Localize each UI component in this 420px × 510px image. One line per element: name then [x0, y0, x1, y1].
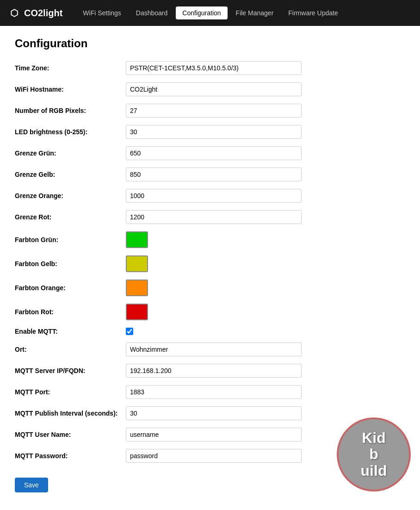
ort-label: Ort: [15, 346, 126, 353]
grenze_orange-row: Grenze Orange: [15, 189, 405, 203]
timezone-input[interactable] [126, 61, 302, 75]
grenze_orange-label: Grenze Orange: [15, 192, 126, 199]
nav-link-dashboard[interactable]: Dashboard [130, 6, 174, 19]
wifi_hostname-input[interactable] [126, 82, 302, 96]
brand-label: CO2light [24, 8, 62, 19]
rgb_pixels-input[interactable] [126, 104, 302, 118]
nav-link-wifi-settings[interactable]: WiFi Settings [76, 6, 127, 19]
mqtt-port-input[interactable] [126, 385, 302, 399]
grenze_gelb-row: Grenze Gelb: [15, 168, 405, 181]
farbton_gelb-label: Farbton Gelb: [15, 260, 126, 267]
wifi_hostname-label: WiFi Hostname: [15, 86, 126, 93]
color-fields: Farbton Grün:Farbton Gelb:Farbton Orange… [15, 231, 405, 320]
enable-mqtt-label: Enable MQTT: [15, 328, 126, 335]
grenze_gelb-label: Grenze Gelb: [15, 171, 126, 178]
mqtt-interval-label: MQTT Publish Interval (seconds): [15, 410, 126, 417]
mqtt-port-row: MQTT Port: [15, 385, 405, 399]
mqtt-server-row: MQTT Server IP/FQDN: [15, 364, 405, 378]
farbton_gelb-swatch[interactable] [126, 255, 148, 272]
grenze_rot-label: Grenze Rot: [15, 213, 126, 221]
mqtt-username-row: MQTT User Name: [15, 428, 405, 442]
navbar: ⬡ CO2light WiFi SettingsDashboardConfigu… [0, 0, 420, 26]
brand-icon: ⬡ [7, 6, 20, 19]
save-button[interactable]: Save [15, 478, 48, 492]
mqtt-interval-row: MQTT Publish Interval (seconds): [15, 406, 405, 420]
farbton_orange-label: Farbton Orange: [15, 284, 126, 292]
timezone-label: Time Zone: [15, 64, 126, 72]
farbton_gruen-row: Farbton Grün: [15, 231, 405, 248]
farbton_rot-label: Farbton Rot: [15, 308, 126, 316]
enable-mqtt-checkbox[interactable] [126, 328, 133, 335]
nav-link-file-manager[interactable]: File Manager [229, 6, 280, 19]
brand: ⬡ CO2light [7, 6, 62, 19]
mqtt-port-label: MQTT Port: [15, 388, 126, 396]
grenze_gruen-label: Grenze Grün: [15, 149, 126, 157]
farbton_orange-row: Farbton Orange: [15, 280, 405, 296]
mqtt-password-label: MQTT Password: [15, 452, 126, 460]
mqtt-server-label: MQTT Server IP/FQDN: [15, 367, 126, 374]
nav-link-firmware-update[interactable]: Firmware Update [282, 6, 344, 19]
grenze_orange-input[interactable] [126, 189, 302, 203]
ort-input[interactable] [126, 342, 302, 356]
page-title: Configuration [15, 37, 405, 50]
grenze_rot-row: Grenze Rot: [15, 210, 405, 224]
grenze_rot-input[interactable] [126, 210, 302, 224]
mqtt-password-row: MQTT Password: [15, 449, 405, 463]
mqtt-username-label: MQTT User Name: [15, 431, 126, 438]
mqtt-password-input[interactable] [126, 449, 302, 463]
led_brightness-input[interactable] [126, 125, 302, 139]
led_brightness-label: LED brightness (0-255): [15, 128, 126, 136]
grenze_gruen-input[interactable] [126, 146, 302, 160]
rgb_pixels-label: Number of RGB Pixels: [15, 107, 126, 114]
grenze_gruen-row: Grenze Grün: [15, 146, 405, 160]
mqtt-interval-input[interactable] [126, 406, 302, 420]
farbton_gruen-swatch[interactable] [126, 231, 148, 248]
wifi_hostname-row: WiFi Hostname: [15, 82, 405, 96]
rgb_pixels-row: Number of RGB Pixels: [15, 104, 405, 118]
led_brightness-row: LED brightness (0-255): [15, 125, 405, 139]
main-content: Configuration Time Zone:WiFi Hostname:Nu… [0, 26, 420, 504]
enable-mqtt-row: Enable MQTT: [15, 328, 405, 335]
timezone-row: Time Zone: [15, 61, 405, 75]
farbton_rot-row: Farbton Rot: [15, 304, 405, 320]
farbton_rot-swatch[interactable] [126, 304, 148, 320]
farbton_gelb-row: Farbton Gelb: [15, 255, 405, 272]
farbton_gruen-label: Farbton Grün: [15, 236, 126, 243]
nav-link-configuration[interactable]: Configuration [176, 6, 227, 19]
mqtt-username-input[interactable] [126, 428, 302, 442]
ort-row: Ort: [15, 342, 405, 356]
farbton_orange-swatch[interactable] [126, 280, 148, 296]
nav-links: WiFi SettingsDashboardConfigurationFile … [76, 6, 413, 19]
text-fields: Time Zone:WiFi Hostname:Number of RGB Pi… [15, 61, 405, 224]
grenze_gelb-input[interactable] [126, 168, 302, 181]
mqtt-server-input[interactable] [126, 364, 302, 378]
